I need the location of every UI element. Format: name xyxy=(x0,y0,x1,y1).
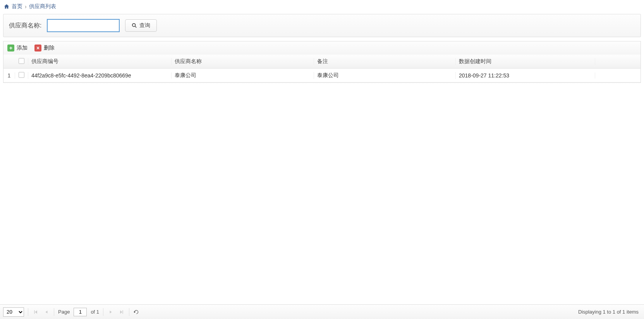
breadcrumb: 首页 › 供应商列表 xyxy=(0,0,644,14)
cell-code: 44f2a9c8-e5fc-4492-8ea4-2209bc80669e xyxy=(28,72,172,79)
search-label: 供应商名称: xyxy=(9,22,41,30)
next-page-icon xyxy=(109,310,113,314)
plus-icon: + xyxy=(7,45,14,51)
page-size-select[interactable]: 20 xyxy=(3,307,24,317)
toolbar: + 添加 × 删除 xyxy=(3,41,641,55)
chevron-right-icon: › xyxy=(25,3,27,10)
header-code[interactable]: 供应商编号 xyxy=(28,58,172,65)
page-of-label: of 1 xyxy=(91,309,99,315)
header-time[interactable]: 数据创建时间 xyxy=(456,58,595,65)
query-button-label: 查询 xyxy=(139,22,150,29)
refresh-button[interactable] xyxy=(133,309,139,315)
pager-info: Displaying 1 to 1 of 1 items xyxy=(578,309,641,315)
page-input[interactable] xyxy=(74,308,87,316)
pager-separator xyxy=(54,308,54,316)
first-page-button[interactable] xyxy=(32,309,39,316)
row-checkbox[interactable] xyxy=(15,72,28,79)
x-icon: × xyxy=(34,45,41,51)
add-button-label: 添加 xyxy=(17,45,27,51)
pager: 20 Page of 1 Displaying 1 to 1 of 1 item… xyxy=(0,304,644,319)
prev-page-icon xyxy=(45,310,48,314)
pager-separator xyxy=(28,308,28,316)
supplier-name-input[interactable] xyxy=(47,19,120,32)
next-page-button[interactable] xyxy=(107,309,114,316)
delete-button-label: 删除 xyxy=(44,45,55,51)
breadcrumb-home[interactable]: 首页 xyxy=(12,3,22,10)
breadcrumb-current: 供应商列表 xyxy=(29,3,56,10)
grid-header-row: 供应商编号 供应商名称 备注 数据创建时间 xyxy=(3,55,641,69)
refresh-icon xyxy=(133,309,139,315)
header-name[interactable]: 供应商名称 xyxy=(172,58,314,65)
query-button[interactable]: 查询 xyxy=(125,19,157,32)
header-remark[interactable]: 备注 xyxy=(314,58,456,65)
header-checkbox[interactable] xyxy=(15,58,28,65)
last-page-icon xyxy=(119,310,124,314)
content-spacer xyxy=(0,83,644,304)
cell-name: 泰康公司 xyxy=(172,72,314,79)
data-grid: 供应商编号 供应商名称 备注 数据创建时间 1 44f2a9c8-e5fc-44… xyxy=(3,55,641,83)
first-page-icon xyxy=(33,310,38,314)
pager-separator xyxy=(103,308,103,316)
table-row[interactable]: 1 44f2a9c8-e5fc-4492-8ea4-2209bc80669e 泰… xyxy=(3,69,641,82)
cell-time: 2018-09-27 11:22:53 xyxy=(456,72,595,79)
home-icon[interactable] xyxy=(4,4,9,9)
prev-page-button[interactable] xyxy=(43,309,50,316)
pager-separator xyxy=(129,308,129,316)
delete-button[interactable]: × 删除 xyxy=(34,45,55,51)
add-button[interactable]: + 添加 xyxy=(7,45,27,51)
cell-remark: 泰康公司 xyxy=(314,72,456,79)
last-page-button[interactable] xyxy=(118,309,125,316)
search-bar: 供应商名称: 查询 xyxy=(3,14,641,37)
cell-rownum: 1 xyxy=(3,72,15,79)
search-icon xyxy=(132,23,137,28)
page-label: Page xyxy=(58,309,70,315)
